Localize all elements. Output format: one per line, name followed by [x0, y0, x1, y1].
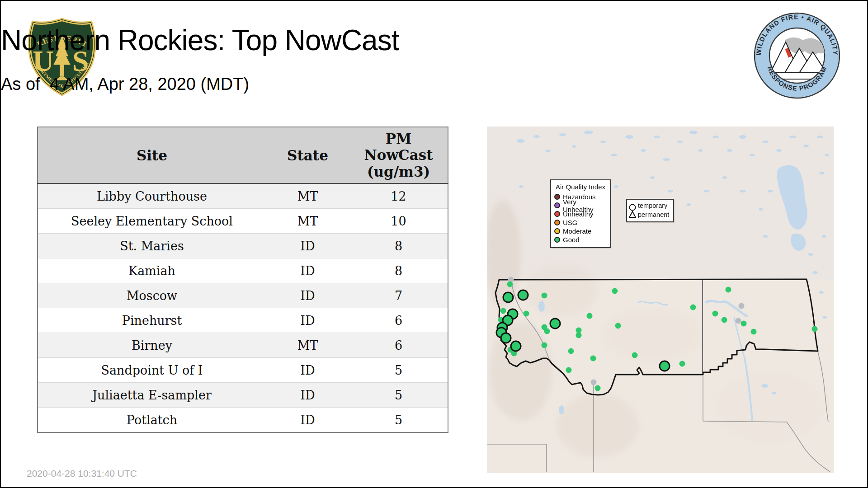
site-cell: Juliaetta E-sampler: [38, 383, 266, 408]
site-cell: Sandpoint U of I: [38, 358, 266, 383]
table-row: Seeley Elementary SchoolMT10: [38, 209, 448, 234]
site-cell: Libby Courthouse: [38, 183, 266, 209]
site-cell: Pinehurst: [38, 308, 266, 333]
state-cell: ID: [266, 283, 349, 308]
col-header-site: Site: [38, 127, 266, 183]
value-cell: 7: [349, 283, 448, 308]
aqi-legend: Air Quality Index HazardousVery Unhealth…: [550, 179, 611, 248]
monitor-dot-good[interactable]: [615, 323, 621, 329]
value-cell: 12: [349, 183, 448, 209]
monitor-dot-good-large[interactable]: [550, 319, 560, 328]
marker-type-legend: temporary permanent: [626, 199, 674, 222]
table-row: PotlatchID5: [38, 408, 448, 433]
permanent-monitor-icon: [629, 211, 636, 218]
permanent-label: permanent: [638, 211, 669, 220]
report-page: FOREST SERVICE U S DEPARTMENT OF AGRICUL…: [0, 0, 868, 488]
value-cell: 5: [349, 358, 448, 383]
aqi-category-label: Moderate: [563, 227, 591, 235]
state-cell: ID: [266, 408, 349, 433]
table-row: PinehurstID6: [38, 308, 448, 333]
state-cell: MT: [266, 209, 349, 234]
state-cell: ID: [266, 308, 349, 333]
table-row: Libby CourthouseMT12: [38, 183, 448, 209]
monitor-dot-good[interactable]: [632, 352, 638, 358]
site-cell: Birney: [38, 333, 266, 358]
site-cell: Moscow: [38, 283, 266, 308]
state-cell: MT: [266, 183, 349, 209]
monitor-dot-good[interactable]: [679, 361, 685, 367]
site-cell: Potlatch: [38, 408, 266, 433]
monitor-dot-inactive[interactable]: [591, 380, 597, 385]
site-cell: St. Maries: [38, 234, 266, 258]
generated-timestamp: 2020-04-28 10:31:40 UTC: [27, 468, 137, 479]
site-cell: Seeley Elementary School: [38, 209, 266, 234]
aqi-legend-title: Air Quality Index: [554, 183, 607, 191]
value-cell: 10: [349, 209, 448, 234]
monitor-dot-good-large[interactable]: [660, 361, 670, 371]
aqi-legend-items: HazardousVery UnhealthyUnhealthyUSGModer…: [554, 192, 607, 244]
table-row: Sandpoint U of IID5: [38, 358, 448, 383]
monitor-dot-good-large[interactable]: [518, 290, 528, 300]
monitor-dot-good[interactable]: [741, 321, 747, 327]
monitor-dot-good[interactable]: [500, 308, 506, 314]
site-cell: Kamiah: [38, 258, 266, 283]
monitor-dot-good-large[interactable]: [503, 292, 513, 302]
aqi-legend-item: Good: [554, 235, 607, 244]
value-cell: 8: [349, 234, 448, 258]
monitor-dot-good[interactable]: [542, 293, 547, 299]
monitor-dot-inactive[interactable]: [736, 318, 741, 324]
table-row: KamiahID8: [38, 258, 448, 283]
value-cell: 5: [349, 383, 448, 408]
monitor-dot-good[interactable]: [722, 317, 727, 323]
col-header-state: State: [266, 127, 349, 183]
monitor-dot-good-large[interactable]: [501, 333, 511, 343]
aqi-legend-item: USG: [554, 218, 607, 227]
table-header-row: Site State PM NowCast (ug/m3): [38, 127, 448, 183]
table-row: BirneyMT6: [38, 333, 448, 358]
value-cell: 5: [349, 408, 448, 433]
monitor-dot-good[interactable]: [612, 288, 618, 294]
page-title: Northern Rockies: Top NowCast: [1, 26, 867, 55]
monitor-dot-good[interactable]: [566, 367, 572, 373]
aqi-color-swatch: [554, 202, 560, 208]
state-cell: ID: [266, 258, 349, 283]
temporary-monitor-icon: [629, 203, 636, 211]
state-cell: ID: [266, 358, 349, 383]
monitor-dot-good[interactable]: [587, 313, 593, 319]
monitor-dot-inactive[interactable]: [739, 303, 745, 309]
monitor-dot-good-large[interactable]: [511, 341, 521, 351]
aqi-color-swatch: [554, 194, 560, 200]
monitor-dot-good[interactable]: [568, 348, 574, 354]
monitor-dot-good[interactable]: [576, 333, 582, 338]
monitor-dot-good[interactable]: [590, 356, 596, 361]
monitor-dot-good[interactable]: [507, 282, 513, 287]
monitor-dot-good[interactable]: [544, 328, 550, 334]
monitor-dot-good[interactable]: [690, 305, 696, 310]
monitor-dot-good[interactable]: [726, 287, 731, 293]
monitor-dot-good[interactable]: [542, 343, 547, 348]
monitor-dot-good[interactable]: [595, 385, 601, 391]
value-cell: 6: [349, 308, 448, 333]
value-cell: 8: [349, 258, 448, 283]
monitor-map[interactable]: Air Quality Index HazardousVery Unhealth…: [487, 127, 834, 473]
aqi-category-label: USG: [563, 219, 578, 226]
aqi-legend-item: Moderate: [554, 227, 607, 235]
aqi-category-label: Unhealthy: [563, 210, 594, 218]
table-row: MoscowID7: [38, 283, 448, 308]
monitor-dot-good[interactable]: [524, 311, 529, 317]
page-subtitle: As of 4 AM, Apr 28, 2020 (MDT): [1, 75, 867, 93]
monitor-dot-good[interactable]: [751, 329, 757, 335]
wfaqrp-logo: WILDLAND FIRE • AIR QUALITY RESPONSE PRO…: [752, 12, 842, 99]
monitor-dot-good[interactable]: [812, 326, 818, 332]
table-row: St. MariesID8: [38, 234, 448, 258]
state-cell: MT: [266, 333, 349, 358]
aqi-color-swatch: [554, 237, 560, 243]
col-header-pm-nowcast: PM NowCast (ug/m3): [349, 127, 448, 183]
aqi-color-swatch: [554, 220, 560, 225]
state-cell: ID: [266, 383, 349, 408]
value-cell: 6: [349, 333, 448, 358]
table-row: Juliaetta E-samplerID5: [38, 383, 448, 408]
monitor-dot-good[interactable]: [712, 311, 718, 317]
aqi-category-label: Good: [563, 236, 580, 244]
aqi-legend-item: Very Unhealthy: [554, 201, 607, 210]
